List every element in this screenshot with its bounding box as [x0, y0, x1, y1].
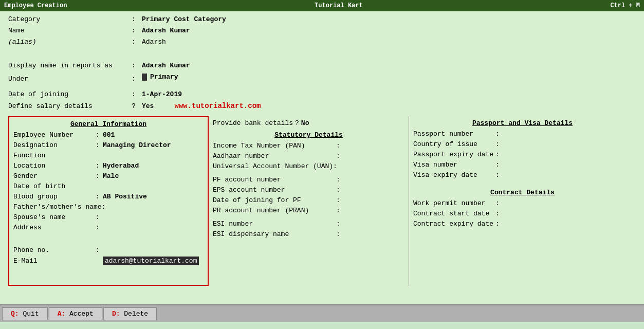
- doj-pf-label: Date of joining for PF: [213, 196, 336, 204]
- blood-row: Blood group : AB Positive: [13, 193, 204, 202]
- category-colon: :: [132, 15, 142, 23]
- email-value[interactable]: adarsh@tutorialkart.com: [103, 257, 199, 265]
- esi-disp-row: ESI dispensary name :: [213, 230, 404, 240]
- category-value: Primary Cost Category: [142, 15, 226, 23]
- display-value: Adarsh Kumar: [142, 62, 190, 69]
- emp-num-row: Employee Number : 001: [13, 131, 204, 140]
- salary-value: Yes: [142, 102, 154, 110]
- statutory-section: Provide bank details ? No Statutory Deta…: [209, 116, 409, 286]
- emp-num-colon: :: [96, 131, 103, 139]
- provide-bank-value: No: [301, 119, 309, 127]
- contract-expiry-label: Contract expiry date: [413, 220, 495, 228]
- phone-row: Phone no. :: [13, 246, 204, 255]
- bottom-bar: Q: Quit A: Accept D: Delete: [0, 304, 644, 322]
- designation-value: Managing Director: [103, 141, 171, 149]
- alias-colon: :: [132, 38, 142, 46]
- designation-label: Designation: [13, 141, 96, 149]
- aadhaar-row: Aadhaar number :: [213, 152, 404, 161]
- contract-expiry-row: Contract expiry date :: [413, 220, 632, 229]
- contract-expiry-colon: :: [495, 220, 503, 228]
- esi-label: ESI number: [213, 220, 336, 228]
- visa-num-colon: :: [495, 161, 503, 169]
- name-label: Name: [8, 27, 132, 34]
- location-row: Location : Hyderabad: [13, 162, 204, 171]
- emp-num-label: Employee Number: [13, 131, 96, 139]
- location-colon: :: [96, 162, 103, 170]
- provide-bank-question: ?: [295, 119, 299, 127]
- provide-bank-row: Provide bank details ? No: [213, 119, 404, 127]
- contract-start-label: Contract start date: [413, 210, 495, 217]
- uan-row: Universal Account Number (UAN):: [213, 162, 404, 172]
- dob-row: Date of birth: [13, 182, 204, 192]
- country-issue-row: Country of issue :: [413, 140, 632, 150]
- designation-colon: :: [96, 141, 103, 149]
- name-colon: :: [132, 27, 142, 34]
- passport-section: Passport and Visa Details Passport numbe…: [409, 116, 636, 286]
- visa-num-row: Visa number :: [413, 161, 632, 170]
- work-permit-label: Work permit number: [413, 199, 495, 207]
- doj-value: 1-Apr-2019: [142, 90, 182, 98]
- salary-label: Define salary details: [8, 102, 132, 110]
- aadhaar-colon: :: [336, 152, 343, 160]
- esi-colon: :: [336, 220, 343, 228]
- pf-colon: :: [336, 176, 343, 184]
- shortcut-label: Ctrl + M: [610, 2, 640, 9]
- quit-button[interactable]: Q: Quit: [2, 307, 48, 320]
- pran-row: PR account number (PRAN) :: [213, 207, 404, 216]
- delete-label: Delete: [124, 310, 148, 318]
- under-value: Primary: [150, 73, 178, 81]
- work-permit-colon: :: [495, 199, 503, 207]
- delete-button[interactable]: D: Delete: [103, 307, 157, 320]
- esi-disp-label: ESI dispensary name: [213, 230, 336, 238]
- quit-key: Q:: [11, 310, 19, 318]
- passport-num-label: Passport number: [413, 130, 495, 138]
- contract-start-row: Contract start date :: [413, 210, 632, 219]
- function-row: Function: [13, 152, 204, 161]
- location-label: Location: [13, 162, 96, 170]
- gender-label: Gender: [13, 172, 96, 180]
- statutory-title: Statutory Details: [213, 131, 404, 139]
- function-label: Function: [13, 152, 96, 159]
- alias-label: (alias): [8, 38, 132, 46]
- pf-label: PF account number: [213, 176, 336, 184]
- pf-row: PF account number :: [213, 176, 404, 185]
- passport-title: Passport and Visa Details: [413, 119, 632, 127]
- visa-expiry-colon: :: [495, 171, 503, 179]
- blood-colon: :: [96, 193, 103, 200]
- pan-colon: :: [336, 142, 343, 150]
- aadhaar-label: Aadhaar number: [213, 152, 336, 160]
- sections-container: General Information Employee Number : 00…: [8, 116, 636, 286]
- accept-label: Accept: [69, 310, 94, 318]
- doj-label: Date of joining: [8, 90, 132, 98]
- under-label: Under: [8, 75, 132, 83]
- pan-label: Income Tax Number (PAN): [213, 142, 336, 150]
- father-label: Father's/mother's name:: [13, 203, 105, 211]
- father-row: Father's/mother's name:: [13, 203, 204, 212]
- name-row: Name : Adarsh Kumar: [8, 27, 636, 37]
- main-content: Category : Primary Cost Category Name : …: [0, 11, 644, 304]
- watermark: www.tutorialkart.com: [174, 102, 261, 110]
- passport-expiry-colon: :: [495, 151, 503, 158]
- email-row: E-Mail adarsh@tutorialkart.com: [13, 257, 204, 266]
- passport-num-row: Passport number :: [413, 130, 632, 139]
- visa-num-label: Visa number: [413, 161, 495, 169]
- quit-label: Quit: [23, 310, 39, 318]
- title-bar: Employee Creation Tutorial Kart Ctrl + M: [0, 0, 644, 11]
- display-row: Display name in reports as : Adarsh Kuma…: [8, 62, 636, 72]
- pran-colon: :: [336, 207, 343, 214]
- doj-pf-row: Date of joining for PF :: [213, 196, 404, 206]
- contract-start-colon: :: [495, 210, 503, 217]
- country-issue-label: Country of issue: [413, 140, 495, 148]
- address-colon: :: [96, 224, 103, 231]
- doj-row: Date of joining : 1-Apr-2019: [8, 90, 636, 101]
- address-row: Address :: [13, 224, 204, 233]
- delete-key: D:: [112, 310, 120, 318]
- contract-title: Contract Details: [413, 189, 632, 196]
- accept-button[interactable]: A: Accept: [49, 307, 102, 320]
- phone-colon: :: [96, 246, 103, 254]
- email-label: E-Mail: [13, 257, 96, 265]
- category-row: Category : Primary Cost Category: [8, 15, 636, 26]
- work-permit-row: Work permit number :: [413, 199, 632, 209]
- country-issue-colon: :: [495, 140, 503, 148]
- gender-value: Male: [103, 172, 119, 180]
